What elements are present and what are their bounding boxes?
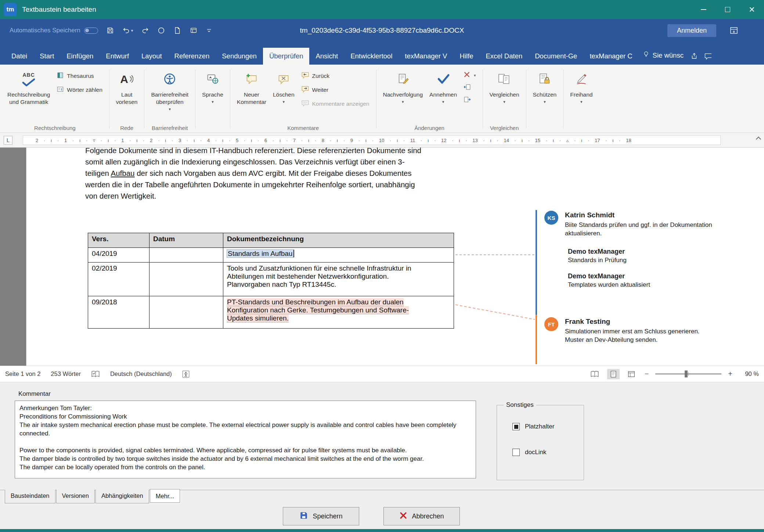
undo-icon[interactable]: ▾ [122,26,133,35]
table-header-datum[interactable]: Datum [149,233,223,248]
comment-thread[interactable]: KS Katrin Schmidt Biite Standards prüfen… [544,211,739,296]
tab-abhaengigkeiten[interactable]: Abhängigkeiten [96,490,149,503]
ribbon-tab-layout[interactable]: Layout [135,48,168,65]
next-change-button[interactable] [461,95,478,106]
ribbon-divider [144,70,144,129]
tab-bausteindaten[interactable]: Bausteindaten [5,490,55,503]
autosave-control: Automatisches Speichern [10,27,98,34]
save-button[interactable]: Speichern [283,507,359,525]
ribbon-display-options-icon[interactable] [729,26,738,35]
delete-comment-button[interactable]: Löschen [271,67,297,106]
close-button[interactable]: × [740,0,764,19]
comments-panel-icon[interactable] [701,48,714,65]
cell-version[interactable]: 09/2018 [88,296,149,329]
ribbon-tab-texmanager-c[interactable]: texManager C [583,48,638,65]
touch-mode-icon[interactable] [190,26,198,35]
zoom-level[interactable]: 90 % [739,370,759,377]
protect-button[interactable]: Schützen [531,67,559,106]
document-table[interactable]: Vers. Datum Dokumentbezeichnung 04/2019 … [88,233,454,329]
autosave-toggle[interactable] [84,28,98,34]
doclink-checkbox-row[interactable]: docLink [512,449,547,456]
cell-description[interactable]: Tools und Zusatzfunktionen für eine schn… [223,263,454,296]
cell-description[interactable]: PT-Standards und Beschreibungen im Aufba… [223,296,454,329]
ribbon-tab-sendungen[interactable]: Sendungen [216,48,263,65]
cell-date[interactable] [149,296,223,329]
ribbon-tab-document-ge[interactable]: Document-Ge [529,48,583,65]
ribbon-tab-datei[interactable]: Datei [5,48,33,65]
collapse-ribbon-icon[interactable] [756,137,761,142]
tab-stop-selector[interactable]: L [4,136,12,145]
reject-change-button[interactable]: ▾ [461,70,478,81]
paragraph-underlined-term[interactable]: Aufbau [111,169,135,177]
comment-field[interactable]: Anmerkungen Tom Tayler: Preconditions fo… [15,401,476,478]
track-changes-button[interactable]: Nachverfolgung [381,67,425,106]
ribbon-tab-einfuegen[interactable]: Einfügen [60,48,100,65]
accept-change-button[interactable]: Annehmen [427,67,459,106]
tab-mehr[interactable]: Mehr... [150,489,180,503]
ribbon-tab-entwicklertool[interactable]: Entwicklertool [344,48,399,65]
new-document-icon[interactable] [173,26,181,35]
proofing-status-icon[interactable] [91,370,100,378]
cancel-button[interactable]: Abbrechen [383,507,460,525]
redo-icon[interactable] [141,26,149,35]
ribbon-tab-referenzen[interactable]: Referenzen [168,48,216,65]
zoom-slider-thumb[interactable] [685,370,688,377]
platzhalter-checkbox-row[interactable]: Platzhalter [512,423,554,430]
horizontal-ruler[interactable]: 2 · ı · 1 · ı · ▿ · ı · 1 · ı · 2 · ı · … [23,135,721,145]
tracked-change-text[interactable]: PT-Standards und Beschreibungen im Aufba… [227,298,409,322]
cell-version[interactable]: 02/2019 [88,263,149,296]
read-mode-icon[interactable] [587,369,602,379]
platzhalter-checkbox[interactable] [512,423,520,430]
ribbon-tab-excel-daten[interactable]: Excel Daten [479,48,529,65]
language-button[interactable]: Sprache [200,67,226,106]
read-aloud-button[interactable]: A Laut vorlesen [114,67,140,107]
spelling-grammar-button[interactable]: ABC Rechtschreibung und Grammatik [5,67,52,107]
zoom-slider[interactable] [655,373,721,374]
next-comment-button[interactable]: Weiter [299,84,372,96]
maximize-button[interactable] [716,0,740,19]
document-paragraph[interactable]: Folgende Dokumente sind in diesem IT-Han… [85,148,473,202]
tell-me-button[interactable]: Sie wünsc [639,46,687,65]
table-header-vers[interactable]: Vers. [88,233,149,248]
circle-shape-icon[interactable] [157,26,165,35]
word-count-status[interactable]: 253 Wörter [51,370,81,377]
ribbon-tab-start[interactable]: Start [33,48,60,65]
save-icon[interactable] [106,26,114,35]
comment-reply[interactable]: Demo texManager Templates wurden aktuali… [568,272,739,289]
minimize-button[interactable] [691,0,716,19]
cell-version[interactable]: 04/2019 [88,248,149,263]
print-layout-icon[interactable] [607,369,620,379]
ribbon-tab-entwurf[interactable]: Entwurf [100,48,135,65]
previous-comment-button[interactable]: Zurück [299,70,372,82]
ink-button[interactable]: Freihand [568,67,595,106]
cell-date[interactable] [149,248,223,263]
accessibility-check-button[interactable]: Barrierefreiheit überprüfen [149,67,191,113]
thesaurus-button[interactable]: Thesaurus [54,70,104,82]
web-layout-icon[interactable] [625,369,638,379]
doclink-checkbox[interactable] [512,449,520,456]
cell-date[interactable] [149,263,223,296]
table-header-dokumentbezeichnung[interactable]: Dokumentbezeichnung [223,233,454,248]
document-canvas[interactable]: Folgende Dokumente sind in diesem IT-Han… [0,148,764,366]
tab-versionen[interactable]: Versionen [56,490,95,503]
ribbon-tab-texmanager-v[interactable]: texManager V [399,48,453,65]
previous-change-button[interactable] [461,82,478,93]
share-icon[interactable] [687,48,701,65]
zoom-in-button[interactable]: + [727,370,734,378]
zoom-out-button[interactable]: − [643,370,651,378]
ribbon-tab-hilfe[interactable]: Hilfe [453,48,479,65]
cell-description[interactable]: Standards im Aufbau [223,248,454,263]
sign-in-button[interactable]: Anmelden [667,24,716,37]
page-indicator[interactable]: Seite 1 von 2 [5,370,40,377]
word-count-button[interactable]: Wörter zählen [54,84,104,96]
ribbon-tab-ueberpruefen[interactable]: Überprüfen [263,48,310,65]
selected-text[interactable]: Standards im Aufbau [227,250,293,257]
comment-thread[interactable]: FT Frank Testing Simulationen immer erst… [544,317,739,344]
ribbon-tab-ansicht[interactable]: Ansicht [309,48,344,65]
comment-reply[interactable]: Demo texManager Standards in Prüfung [568,247,739,264]
customize-qat-icon[interactable] [206,27,212,34]
language-status[interactable]: Deutsch (Deutschland) [110,370,172,377]
compare-button[interactable]: Vergleichen [487,67,522,106]
accessibility-status-icon[interactable] [182,370,190,378]
new-comment-button[interactable]: Neuer Kommentar [235,67,269,107]
